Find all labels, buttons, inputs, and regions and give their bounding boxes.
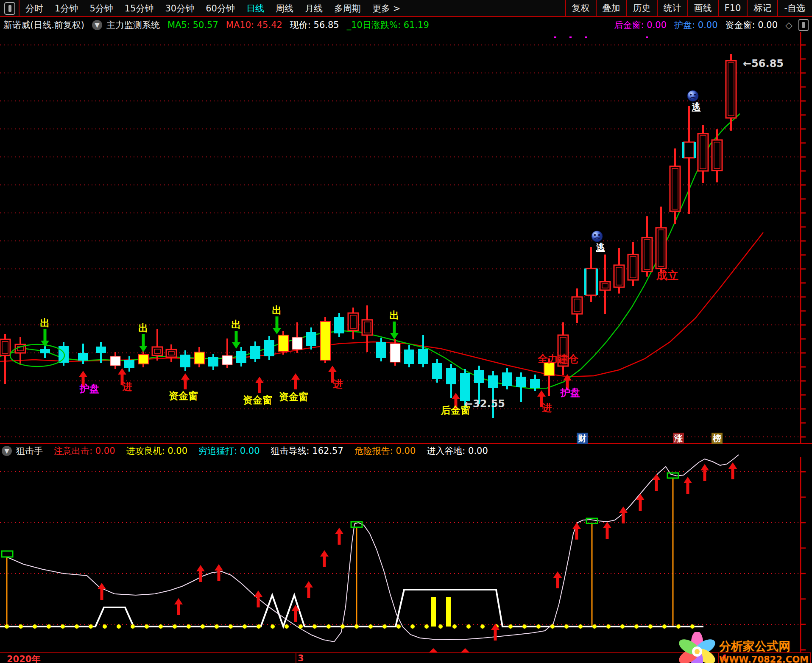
menu-button-3[interactable]: 统计: [657, 0, 687, 16]
menu-item-10[interactable]: 更多 >: [372, 3, 400, 14]
price-label: ←32.55: [464, 398, 505, 410]
menu-item-3[interactable]: 15分钟: [125, 3, 154, 14]
diamond-icon[interactable]: ◇: [785, 20, 792, 31]
menu-item-0[interactable]: 分时: [25, 3, 43, 14]
sub-header-field-0: 注意出击: 0.00: [54, 445, 115, 457]
sell-signal-label: 出: [232, 318, 241, 331]
zijinchuang-label: 资金窗: [243, 394, 272, 407]
window-icon[interactable]: [4, 2, 15, 15]
zijinchuang-label: 资金窗: [169, 389, 198, 403]
menu-item-8[interactable]: 月线: [305, 3, 323, 14]
menu-item-9[interactable]: 多周期: [334, 3, 361, 14]
flower-icon: [678, 632, 717, 663]
menu-button-4[interactable]: 画线: [687, 0, 718, 16]
indicator-field-0: 后金窗: 0.00: [614, 19, 667, 31]
menu-button-5[interactable]: F10: [718, 0, 747, 16]
badge-榜[interactable]: 榜: [712, 433, 723, 444]
quote-fields: 新诺威(日线.前复权)▼主力监测系统MA5: 50.57MA10: 45.42现…: [0, 19, 437, 31]
chengli-label: 成立: [656, 268, 678, 283]
sad-face-icon: [591, 230, 603, 242]
hupan-label: 护盘: [561, 386, 580, 399]
quanli-jiancang-label: 全力建仓: [538, 352, 578, 366]
menu-item-6[interactable]: 日线: [246, 3, 264, 14]
badge-涨[interactable]: 涨: [673, 433, 684, 444]
top-menu-bar: 分时1分钟5分钟15分钟30分钟60分钟日线周线月线多周期更多 > 复权叠加历史…: [0, 0, 812, 17]
axis-month-label: 3: [298, 653, 304, 663]
quote-field-5: 现价: 56.85: [290, 19, 339, 31]
trading-terminal: { "menu_bar": { "items": [ {"label":"分时"…: [0, 0, 812, 663]
menu-button-7[interactable]: -自选: [777, 0, 811, 16]
sell-signal-label: 出: [272, 304, 282, 317]
menu-item-7[interactable]: 周线: [276, 3, 293, 14]
sub-header-field-4: 危险报告: 0.00: [354, 445, 416, 457]
menu-item-2[interactable]: 5分钟: [89, 3, 113, 14]
sub-header-field-2: 穷追猛打: 0.00: [198, 445, 260, 457]
menu-button-2[interactable]: 历史: [626, 0, 657, 16]
quote-field-2: 主力监测系统: [106, 19, 160, 31]
escape-label: 逃: [692, 101, 701, 113]
buy-signal-label: 进: [542, 401, 552, 414]
chevron-down-icon[interactable]: ▼: [2, 446, 12, 456]
axis-year-label: 2020年: [7, 653, 40, 663]
watermark-site-name: 分析家公式网: [719, 638, 809, 655]
watermark: 分析家公式网 WWW.70822.COM: [678, 632, 809, 663]
sell-signal-label: 出: [390, 309, 399, 322]
axis-divider: [296, 653, 296, 663]
badge-财[interactable]: 财: [577, 433, 588, 444]
zijinchuang-label: 资金窗: [279, 390, 308, 403]
sub-indicator-header: ▼ 狙击手 注意出击: 0.00进攻良机: 0.00穷追猛打: 0.00狙击导线…: [0, 445, 812, 457]
quote-field-4: MA10: 45.42: [226, 20, 282, 30]
indicator-values: 后金窗: 0.00护盘: 0.00资金窗: 0.00 ◇: [614, 18, 809, 32]
sub-header-field-3: 狙击导线: 162.57: [271, 445, 343, 457]
tool-menu: 复权叠加历史统计画线F10标记-自选: [565, 0, 811, 16]
buy-signal-label: 进: [333, 378, 343, 391]
hupan-label: 护盘: [80, 382, 99, 395]
escape-label: 逃: [596, 241, 605, 253]
sell-signal-label: 出: [139, 322, 148, 335]
menu-item-4[interactable]: 30分钟: [165, 3, 194, 14]
quote-field-3: MA5: 50.57: [167, 20, 218, 30]
price-label: ←56.85: [743, 58, 784, 70]
menu-underline: [0, 16, 812, 17]
menu-button-6[interactable]: 标记: [747, 0, 777, 16]
sub-header-field-1: 进攻良机: 0.00: [126, 445, 188, 457]
watermark-site-url: WWW.70822.COM: [719, 655, 809, 663]
quote-field-0: 新诺威(日线.前复权): [3, 19, 84, 31]
sub-indicator-title: 狙击手: [16, 445, 43, 457]
menu-item-1[interactable]: 1分钟: [55, 3, 78, 14]
period-menu: 分时1分钟5分钟15分钟30分钟60分钟日线周线月线多周期更多 >: [25, 3, 412, 14]
chevron-down-icon[interactable]: ▼: [92, 20, 102, 30]
menu-button-1[interactable]: 叠加: [596, 0, 626, 16]
quote-info-bar: 新诺威(日线.前复权)▼主力监测系统MA5: 50.57MA10: 45.42现…: [0, 18, 812, 32]
sell-signal-label: 出: [40, 316, 50, 330]
panel-icon[interactable]: [798, 19, 809, 31]
indicator-field-2: 资金窗: 0.00: [725, 19, 778, 31]
menu-button-0[interactable]: 复权: [565, 0, 596, 16]
sad-face-icon: [687, 90, 699, 102]
indicator-field-1: 护盘: 0.00: [674, 19, 718, 31]
menu-divider: [19, 0, 20, 17]
quote-field-6: _10日涨跌%: 61.19: [347, 19, 429, 31]
menu-item-5[interactable]: 60分钟: [206, 3, 235, 14]
sub-header-field-5: 进入谷地: 0.00: [427, 445, 488, 457]
buy-signal-label: 进: [123, 380, 132, 393]
